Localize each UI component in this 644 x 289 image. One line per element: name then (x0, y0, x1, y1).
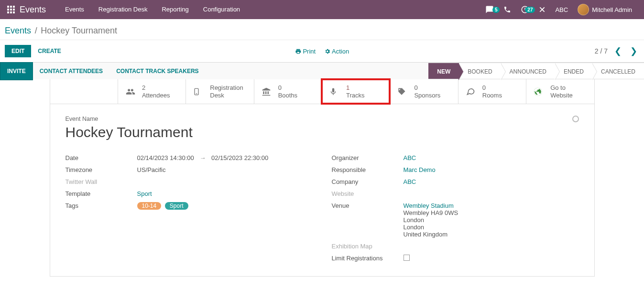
limit-registrations-checkbox[interactable] (404, 255, 410, 261)
company-label: Company (332, 178, 404, 185)
stage-new[interactable]: NEW (428, 63, 459, 79)
company-value[interactable]: ABC (404, 178, 579, 185)
svg-rect-5 (13, 9, 15, 11)
responsible-value[interactable]: Marc Demo (404, 166, 579, 173)
clock-badge: 27 (525, 7, 535, 13)
website-label: Website (332, 190, 404, 197)
globe-icon (533, 87, 545, 96)
venue-label: Venue (332, 202, 404, 238)
users-icon (125, 87, 136, 96)
svg-rect-7 (10, 11, 12, 13)
smartbtn-sponsors[interactable]: 0Sponsors (390, 79, 458, 104)
exhibition-map-value (404, 243, 579, 250)
contact-track-speakers-button[interactable]: CONTACT TRACK SPEAKERS (109, 63, 205, 80)
smartbtn-go-to-website[interactable]: Go toWebsite (526, 79, 594, 104)
stage-announced[interactable]: ANNOUNCED (501, 63, 555, 79)
clock-icon[interactable]: 27 (516, 5, 534, 14)
nav-reporting[interactable]: Reporting (154, 0, 196, 19)
limit-registrations-value (404, 255, 579, 262)
brand[interactable]: Events (20, 5, 46, 15)
responsible-label: Responsible (332, 166, 404, 173)
pager-prev[interactable]: ❮ (612, 46, 623, 56)
svg-rect-10 (195, 88, 198, 95)
form-left-col: Date 02/14/2023 14:30:00 → 02/15/2023 22… (65, 152, 313, 265)
stage-booked[interactable]: BOOKED (459, 63, 501, 79)
tag-icon (397, 87, 408, 96)
breadcrumb-sep: / (35, 26, 37, 35)
phone-icon[interactable] (499, 6, 516, 13)
svg-rect-2 (13, 6, 15, 8)
microphone-icon (329, 87, 340, 96)
date-label: Date (65, 154, 137, 161)
svg-rect-8 (13, 11, 15, 13)
tags-label: Tags (65, 202, 137, 210)
date-value: 02/14/2023 14:30:00 → 02/15/2023 22:30:0… (137, 154, 313, 161)
arrow-right-icon: → (199, 154, 206, 161)
action-menu[interactable]: Action (324, 48, 349, 55)
event-name: Hockey Tournament (65, 124, 579, 140)
nav-registration-desk[interactable]: Registration Desk (91, 0, 155, 19)
pager[interactable]: 2 / 7 (595, 47, 608, 55)
svg-rect-4 (10, 9, 12, 11)
status-bar: INVITE CONTACT ATTENDEES CONTACT TRACK S… (0, 62, 644, 79)
smartbtn-booths[interactable]: 0Booths (254, 79, 322, 104)
svg-rect-0 (7, 6, 9, 8)
tags-value: 10-14 Sport (137, 202, 313, 210)
stage-cancelled[interactable]: CANCELLED (592, 63, 644, 79)
organizer-label: Organizer (332, 154, 404, 161)
messages-icon[interactable]: 5 (480, 5, 499, 14)
limit-registrations-label: Limit Registrations (332, 255, 404, 262)
smart-button-row: 2Attendees RegistrationDesk 0Booths 1Tra… (50, 79, 594, 104)
topbar: Events Events Registration Desk Reportin… (0, 0, 644, 19)
breadcrumb-current: Hockey Tournament (41, 26, 117, 35)
mobile-icon (193, 87, 204, 96)
smartbtn-attendees[interactable]: 2Attendees (118, 79, 186, 104)
smartbtn-registration-desk[interactable]: RegistrationDesk (186, 79, 253, 104)
pager-next[interactable]: ❯ (628, 46, 639, 56)
form-right-col: Organizer ABC Responsible Marc Demo Comp… (332, 152, 579, 265)
company-switcher[interactable]: ABC (550, 6, 573, 13)
chat-icon (465, 87, 477, 96)
timezone-value: US/Pacific (137, 166, 313, 173)
venue-name[interactable]: Wembley Stadium (404, 202, 579, 209)
exhibition-map-label: Exhibition Map (332, 243, 404, 250)
close-icon[interactable] (534, 6, 550, 13)
edit-button[interactable]: EDIT (5, 45, 31, 57)
print-menu[interactable]: Print (295, 48, 316, 55)
kanban-state-dot[interactable] (572, 116, 579, 122)
user-menu[interactable]: Mitchell Admin (573, 4, 637, 15)
event-name-label: Event Name (65, 116, 579, 122)
smartbtn-rooms[interactable]: 0Rooms (458, 79, 526, 104)
smartbtn-spacer (50, 79, 118, 104)
tag-sport[interactable]: Sport (165, 202, 188, 210)
contact-attendees-button[interactable]: CONTACT ATTENDEES (33, 63, 109, 80)
twitter-wall-value (137, 178, 313, 185)
template-label: Template (65, 190, 137, 197)
create-button[interactable]: CREATE (31, 45, 67, 57)
invite-button[interactable]: INVITE (0, 62, 33, 80)
timezone-label: Timezone (65, 166, 137, 173)
apps-icon[interactable] (7, 6, 15, 13)
nav-events[interactable]: Events (58, 0, 91, 19)
building-icon (261, 87, 273, 96)
control-row: EDIT CREATE Print Action 2 / 7 ❮ ❯ (0, 40, 644, 62)
organizer-value[interactable]: ABC (404, 154, 579, 161)
venue-value: Wembley Stadium Wembley HA9 0WS London L… (404, 202, 579, 238)
stage-ended[interactable]: ENDED (555, 63, 592, 79)
template-value[interactable]: Sport (137, 190, 313, 197)
svg-rect-1 (10, 6, 12, 8)
form-sheet: 2Attendees RegistrationDesk 0Booths 1Tra… (50, 79, 595, 277)
user-name: Mitchell Admin (592, 6, 632, 13)
breadcrumb: Events / Hockey Tournament (0, 19, 644, 40)
website-value (404, 190, 579, 197)
nav-configuration[interactable]: Configuration (196, 0, 247, 19)
avatar (578, 4, 589, 15)
svg-rect-3 (7, 9, 9, 11)
twitter-wall-label: Twitter Wall (65, 178, 137, 185)
tag-10-14[interactable]: 10-14 (137, 202, 162, 210)
breadcrumb-root[interactable]: Events (5, 26, 31, 35)
smartbtn-tracks[interactable]: 1Tracks (322, 79, 390, 104)
svg-rect-6 (7, 11, 9, 13)
